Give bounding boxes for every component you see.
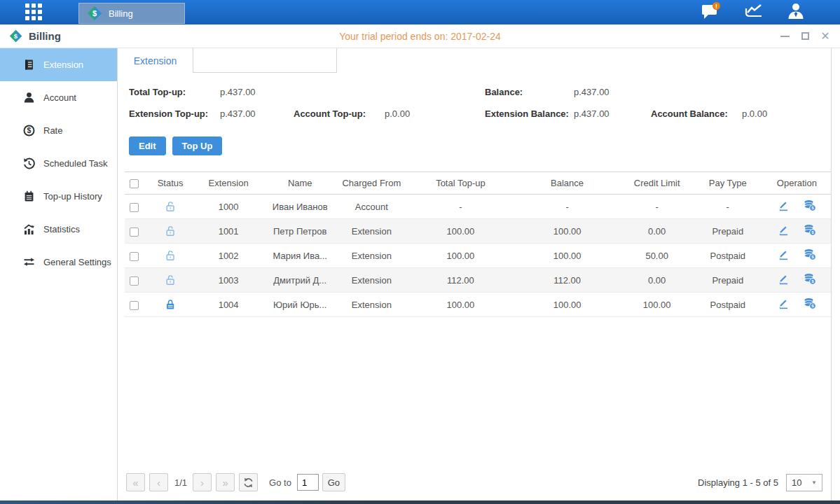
edit-extension-icon[interactable] [778,273,790,287]
svg-text:$: $ [811,254,814,259]
user-icon[interactable] [787,2,805,23]
cell-credit-limit: 0.00 [621,268,693,293]
cell-extension: 1003 [192,268,265,293]
svg-text:$: $ [811,205,814,210]
topbar-tab-label: Billing [109,8,133,19]
edit-extension-icon[interactable] [778,224,790,238]
row-checkbox[interactable] [130,301,139,310]
topup-extension-icon[interactable]: $ [804,224,816,238]
row-checkbox[interactable] [130,276,139,286]
messages-icon[interactable]: ! [701,2,721,23]
tab-strip: Extension [118,48,831,73]
select-all-checkbox[interactable] [130,179,139,188]
sidebar-item-rate[interactable]: $ Rate [0,114,117,147]
minimize-icon[interactable] [780,31,790,41]
sidebar-item-general-settings[interactable]: General Settings [0,246,117,279]
extension-topup-value: p.437.00 [220,108,294,119]
column-header: Credit Limit [621,172,693,195]
edit-extension-icon[interactable] [778,200,790,214]
sidebar: Extension Account $ Rate Scheduled Task [0,48,118,500]
extension-balance-label: Extension Balance: [485,108,574,119]
cell-charged-from: Extension [335,244,408,268]
topup-extension-icon[interactable]: $ [804,273,816,287]
table-row: 1001 Петр Петров Extension 100.00 100.00… [125,219,831,244]
next-page-button[interactable]: › [193,473,212,491]
svg-text:$: $ [811,230,814,234]
column-header: Pay Type [693,172,763,195]
edit-button[interactable]: Edit [129,136,166,155]
last-page-button[interactable]: » [216,473,235,491]
window-title: Billing [29,30,61,42]
topup-extension-icon[interactable]: $ [804,298,816,312]
statistics-chart-icon[interactable] [744,3,764,22]
row-checkbox[interactable] [130,252,139,261]
sidebar-item-label: General Settings [43,257,111,267]
go-button[interactable]: Go [322,473,345,491]
svg-text:$: $ [92,9,97,18]
account-balance-value: p.0.00 [742,108,767,119]
row-checkbox[interactable] [130,203,139,212]
sidebar-item-account[interactable]: Account [0,81,117,114]
sidebar-item-scheduled-task[interactable]: Scheduled Task [0,147,117,180]
cell-balance: 112.00 [514,268,621,293]
cell-total-topup: - [408,195,513,219]
apps-grid-icon[interactable] [25,4,50,22]
cell-total-topup: 100.00 [408,293,513,317]
close-icon[interactable]: ✕ [820,31,830,41]
page-size-value: 10 [792,477,801,488]
topbar: $ Billing ! [0,0,840,24]
topbar-tab-billing[interactable]: $ Billing [78,3,185,24]
statistics-bars-icon [23,223,35,235]
cell-total-topup: 112.00 [408,268,513,293]
row-checkbox[interactable] [130,227,139,237]
sidebar-item-topup-history[interactable]: Top-up History [0,180,117,213]
cell-charged-from: Extension [335,219,408,244]
unlocked-icon [165,250,176,260]
column-header: Total Top-up [408,172,513,195]
unlocked-icon [165,201,176,211]
sidebar-item-statistics[interactable]: Statistics [0,213,117,246]
main-content: Extension Total Top-up: p.437.00 Balance… [118,48,832,500]
prev-page-button[interactable]: ‹ [149,473,168,491]
balance-label: Balance: [485,87,574,97]
cell-balance: 100.00 [514,219,621,244]
refresh-button[interactable] [239,473,258,491]
cell-balance: 100.00 [514,293,621,317]
page-size-select[interactable]: 10 ▼ [786,474,822,491]
maximize-icon[interactable] [800,31,810,41]
edit-extension-icon[interactable] [778,298,790,312]
account-topup-label: Account Top-up: [294,108,385,119]
column-header: Extension [192,172,265,195]
extension-table: StatusExtensionNameCharged FromTotal Top… [125,172,831,317]
goto-page-input[interactable] [297,474,319,491]
tab-extension[interactable]: Extension [118,48,193,73]
column-header: Name [265,172,335,195]
cell-extension: 1004 [192,293,265,317]
cell-name: Юрий Юрь... [265,293,335,317]
column-header: Status [149,172,192,195]
billing-summary: Total Top-up: p.437.00 Balance: p.437.00… [118,73,831,125]
edit-extension-icon[interactable] [778,248,790,262]
topup-extension-icon[interactable]: $ [804,248,816,262]
top-up-button[interactable]: Top Up [172,136,223,155]
svg-text:!: ! [715,2,717,9]
account-balance-label: Account Balance: [651,108,742,119]
svg-text:$: $ [811,279,814,284]
tab-extension-label: Extension [134,55,177,66]
trial-notice: Your trial period ends on: 2017-02-24 [0,31,840,42]
sidebar-item-label: Top-up History [43,191,102,202]
sidebar-item-label: Scheduled Task [43,158,108,169]
topup-extension-icon[interactable]: $ [804,200,816,214]
sidebar-item-label: Extension [43,59,83,70]
table-row: 1003 Дмитрий Д... Extension 112.00 112.0… [125,268,831,293]
cell-credit-limit: 0.00 [621,219,693,244]
table-row: 1000 Иван Иванов Account - - - - $ [125,195,831,219]
sidebar-item-extension[interactable]: Extension [0,48,117,81]
first-page-button[interactable]: « [126,473,145,491]
rate-dollar-icon: $ [23,125,35,136]
cell-pay-type: - [693,195,763,219]
pagination-bar: « ‹ 1/1 › » Go to Go Displaying [118,468,831,500]
general-settings-sliders-icon [23,256,35,268]
sidebar-item-label: Rate [43,125,62,136]
extension-table-wrap: StatusExtensionNameCharged FromTotal Top… [125,172,831,317]
